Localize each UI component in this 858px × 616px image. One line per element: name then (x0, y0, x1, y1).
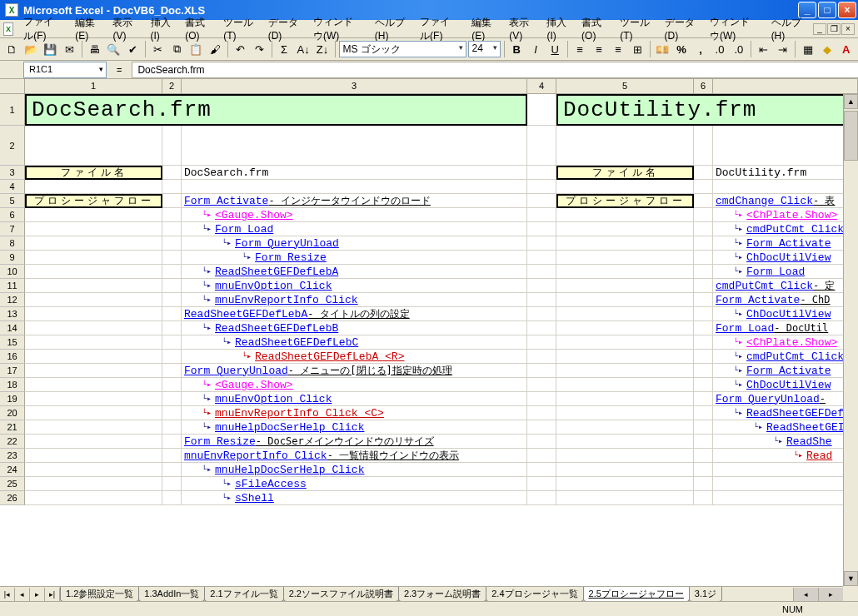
cell[interactable] (25, 265, 162, 279)
cell[interactable] (556, 279, 694, 293)
procedure-flow-cell[interactable]: └▸Form_Load (182, 222, 527, 236)
procedure-link[interactable]: ChDocUtilView (746, 379, 831, 391)
align-left-icon[interactable]: ≡ (571, 40, 589, 58)
procedure-link[interactable]: ChDocUtilView (746, 251, 831, 264)
cell[interactable] (556, 180, 694, 194)
bold-icon[interactable]: B (508, 40, 526, 58)
column-header[interactable]: 3 (182, 79, 527, 93)
cell[interactable] (162, 477, 182, 491)
fill-color-icon[interactable]: ◆ (818, 40, 836, 58)
document-icon[interactable]: X (3, 22, 13, 36)
procedure-link[interactable]: ReadSheetGEI (766, 421, 845, 434)
procedure-link[interactable]: Form_QueryUnload (716, 393, 820, 405)
procedure-flow-cell[interactable]: └▸cmdPutCmt_Click (713, 222, 858, 236)
cell[interactable] (527, 166, 556, 180)
cell[interactable] (162, 435, 182, 449)
cell[interactable] (694, 251, 713, 265)
cell[interactable] (694, 236, 713, 251)
cell[interactable] (556, 251, 694, 265)
procedure-flow-cell[interactable]: └▸mnuEnvOption_Click (182, 279, 527, 293)
sheet-tab[interactable]: 2.5プロシージャフロー (583, 587, 690, 602)
cell[interactable] (162, 392, 182, 406)
cell[interactable] (527, 392, 556, 406)
procedure-flow-cell[interactable]: └▸ReadSheetGEFDefLebC (182, 335, 527, 350)
cell[interactable] (556, 435, 694, 449)
procedure-link[interactable]: Form_Activate (716, 294, 800, 306)
cell[interactable] (556, 449, 694, 463)
cell[interactable] (162, 378, 182, 392)
procedure-flow-cell[interactable]: └▸Form_Activate (713, 236, 858, 251)
decrease-indent-icon[interactable]: ⇤ (755, 40, 772, 58)
row-header[interactable]: 9 (0, 251, 25, 265)
procedure-link[interactable]: <ChPlate.Show> (746, 209, 837, 221)
cell[interactable] (162, 335, 182, 350)
procedure-flow-cell[interactable]: └▸mnuEnvReportInfo_Click <C> (182, 406, 527, 420)
cell[interactable] (527, 236, 556, 251)
cell[interactable] (694, 180, 713, 194)
cell[interactable] (713, 126, 858, 166)
cell[interactable] (527, 477, 556, 491)
row-header[interactable]: 5 (0, 194, 25, 208)
cell[interactable] (25, 449, 162, 463)
cell[interactable] (527, 449, 556, 463)
cell[interactable] (162, 166, 182, 180)
cell[interactable] (694, 321, 713, 335)
cell[interactable] (25, 236, 162, 251)
spellcheck-icon[interactable]: ✔ (124, 40, 142, 58)
column-header[interactable]: 4 (527, 79, 556, 93)
cell[interactable] (25, 307, 162, 321)
align-center-icon[interactable]: ≡ (591, 40, 608, 58)
cell[interactable] (162, 307, 182, 321)
row-header[interactable]: 20 (0, 406, 25, 420)
cell[interactable] (527, 420, 556, 435)
procedure-link[interactable]: Form_QueryUnload (235, 237, 339, 250)
cell[interactable] (25, 180, 162, 194)
row-header[interactable]: 12 (0, 293, 25, 307)
undo-icon[interactable]: ↶ (232, 40, 249, 58)
cell[interactable] (25, 491, 162, 505)
menu-item[interactable]: 表示(V) (506, 14, 536, 43)
procedure-link[interactable]: cmdPutCmt_Click (716, 280, 813, 292)
menu-item[interactable]: ファイル(F) (417, 13, 461, 45)
comma-icon[interactable]: , (691, 40, 709, 58)
cell[interactable] (694, 378, 713, 392)
procedure-link[interactable]: ReadShe (786, 435, 832, 448)
procedure-flow-cell[interactable]: └▸<Gauge.Show> (182, 208, 527, 222)
cell[interactable] (25, 364, 162, 378)
procedure-flow-cell[interactable]: Form_Resize - DocSerメインウインドウのリサイズ (182, 435, 527, 449)
select-all-corner[interactable] (0, 79, 25, 93)
cell[interactable] (556, 364, 694, 378)
new-icon[interactable]: 🗋 (3, 40, 21, 58)
tab-next-icon[interactable]: ▸ (30, 588, 45, 601)
sheet-tab[interactable]: 1.3AddIn一覧 (138, 587, 205, 602)
cell[interactable] (556, 335, 694, 350)
merge-icon[interactable]: ⊞ (629, 40, 646, 58)
row-header[interactable]: 17 (0, 364, 25, 378)
cell[interactable] (556, 208, 694, 222)
procedure-link[interactable]: ReadSheetGEFDefLebA <R> (255, 350, 404, 363)
cell[interactable] (556, 126, 694, 166)
procedure-flow-cell[interactable]: └▸<Gauge.Show> (182, 378, 527, 392)
procedure-link[interactable]: ChDocUtilView (746, 308, 831, 320)
cell[interactable] (694, 491, 713, 505)
cell[interactable] (162, 293, 182, 307)
procedure-link[interactable]: mnuHelpDocSerHelp_Click (215, 421, 364, 434)
cell[interactable] (556, 222, 694, 236)
cell[interactable] (713, 477, 858, 491)
scroll-up-icon[interactable]: ▲ (844, 94, 858, 109)
procedure-flow-cell[interactable]: └▸cmdPutCmt_Click (713, 350, 858, 364)
tab-first-icon[interactable]: |◂ (0, 588, 15, 601)
cell[interactable] (25, 222, 162, 236)
procedure-flow-cell[interactable]: └▸<ChPlate.Show> (713, 335, 858, 350)
scroll-down-icon[interactable]: ▼ (844, 571, 858, 586)
cell[interactable] (527, 279, 556, 293)
formula-input[interactable]: DocSearch.frm (132, 62, 858, 78)
menu-item[interactable]: 書式(O) (578, 14, 610, 43)
cell[interactable] (25, 406, 162, 420)
row-header[interactable]: 25 (0, 477, 25, 491)
cell[interactable] (556, 463, 694, 477)
cell[interactable] (25, 293, 162, 307)
procedure-link[interactable]: mnuEnvReportInfo_Click (215, 294, 358, 306)
cell[interactable] (527, 406, 556, 420)
cell[interactable] (182, 126, 527, 166)
